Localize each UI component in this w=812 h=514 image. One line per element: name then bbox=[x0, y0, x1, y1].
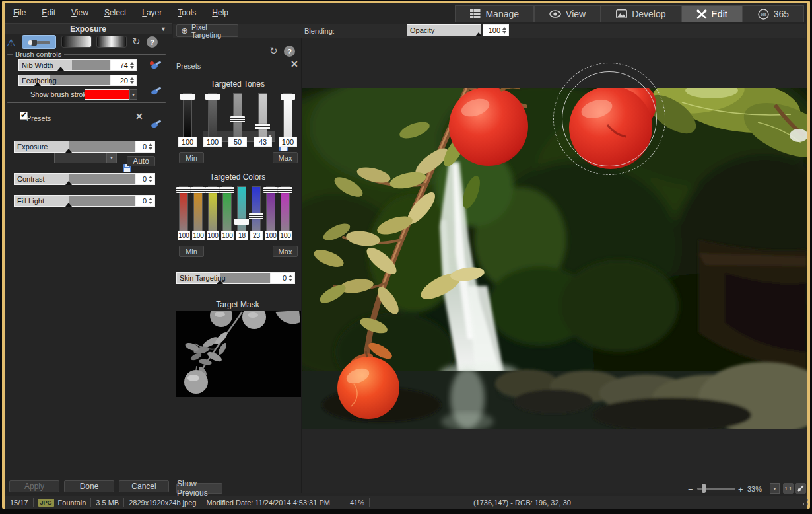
menu-select[interactable]: Select bbox=[98, 6, 133, 19]
exposure-slider[interactable]: Exposure bbox=[14, 141, 136, 153]
color-slider-yellow[interactable] bbox=[208, 186, 217, 231]
feathering-value[interactable]: 20 bbox=[110, 75, 137, 86]
nib-width-slider[interactable]: Nib Width bbox=[18, 59, 111, 71]
left-presets-dropdown[interactable]: ▼ bbox=[54, 152, 117, 163]
color-slider-red[interactable] bbox=[179, 186, 188, 231]
skin-targeting-spinner[interactable] bbox=[288, 274, 293, 282]
blending-label: Blending: bbox=[304, 27, 335, 35]
reset-icon[interactable]: ↻ bbox=[132, 36, 141, 46]
brush-strokes-icon[interactable] bbox=[150, 119, 162, 129]
tone-slider-mid[interactable] bbox=[233, 93, 242, 139]
tone-value[interactable]: 100 bbox=[178, 137, 197, 147]
delete-preset-icon[interactable]: ✕ bbox=[135, 111, 143, 122]
stroke-color-dropdown-arrow[interactable]: ▼ bbox=[129, 89, 137, 100]
photo-canvas[interactable] bbox=[302, 88, 807, 429]
contrast-spinner[interactable] bbox=[149, 175, 153, 183]
tone-value[interactable]: 100 bbox=[203, 137, 222, 147]
opacity-spinner[interactable] bbox=[502, 26, 507, 34]
tones-max-button[interactable]: Max bbox=[273, 152, 298, 163]
color-value[interactable]: 100 bbox=[279, 231, 292, 240]
contrast-label: Contrast bbox=[17, 175, 45, 183]
exposure-spinner[interactable] bbox=[149, 143, 153, 151]
brush-tool-button[interactable] bbox=[22, 35, 56, 49]
tone-slider-shadows[interactable] bbox=[183, 93, 192, 139]
color-value[interactable]: 100 bbox=[221, 231, 234, 240]
radial-gradient-tool-button[interactable] bbox=[96, 36, 127, 48]
color-slider-cyan[interactable] bbox=[237, 186, 246, 231]
fill-light-slider[interactable]: Fill Light bbox=[14, 195, 136, 207]
targeting-reset-icon[interactable]: ↻ bbox=[269, 46, 278, 55]
contrast-slider[interactable]: Contrast bbox=[14, 173, 136, 185]
colors-min-button[interactable]: Min bbox=[179, 246, 204, 257]
opacity-value[interactable]: 100 bbox=[483, 24, 509, 36]
auto-button[interactable]: Auto bbox=[127, 156, 155, 166]
cancel-button[interactable]: Cancel bbox=[119, 480, 169, 492]
targeting-delete-preset-icon[interactable]: ✕ bbox=[290, 59, 298, 69]
color-slider-green[interactable] bbox=[222, 186, 232, 231]
menu-tools[interactable]: Tools bbox=[171, 6, 203, 19]
opacity-slider[interactable]: Opacity bbox=[407, 24, 481, 36]
menu-file[interactable]: File bbox=[7, 6, 32, 19]
color-value[interactable]: 18 bbox=[236, 231, 248, 240]
tone-slider-dark[interactable] bbox=[208, 93, 217, 139]
color-value[interactable]: 100 bbox=[265, 231, 277, 240]
fill-light-value[interactable]: 0 bbox=[135, 195, 155, 207]
colors-max-button[interactable]: Max bbox=[273, 246, 298, 257]
tone-slider-light[interactable] bbox=[258, 93, 267, 139]
color-slider-magenta[interactable] bbox=[281, 186, 290, 231]
zoom-in-icon[interactable]: + bbox=[738, 484, 743, 494]
tone-value[interactable]: 50 bbox=[228, 137, 247, 147]
zoom-out-icon[interactable]: − bbox=[688, 484, 693, 494]
color-value[interactable]: 23 bbox=[250, 231, 263, 240]
tab-manage[interactable]: Manage bbox=[455, 5, 534, 22]
nib-width-value[interactable]: 74 bbox=[110, 59, 137, 71]
targeting-help-icon[interactable]: ? bbox=[284, 46, 295, 57]
contrast-value[interactable]: 0 bbox=[135, 173, 155, 185]
tones-min-button[interactable]: Min bbox=[179, 152, 204, 163]
menu-help[interactable]: Help bbox=[205, 6, 235, 19]
color-value[interactable]: 100 bbox=[178, 231, 190, 240]
zoom-slider-handle[interactable] bbox=[702, 484, 706, 493]
skin-targeting-slider[interactable]: Skin Targeting bbox=[176, 272, 271, 284]
pixel-targeting-button[interactable]: ⊕ Pixel Targeting bbox=[176, 24, 238, 37]
fit-image-button[interactable] bbox=[795, 483, 806, 494]
done-button[interactable]: Done bbox=[64, 480, 114, 492]
tab-365[interactable]: 365 365 bbox=[743, 5, 804, 22]
help-icon[interactable]: ? bbox=[147, 36, 158, 48]
brush-nib-icon[interactable] bbox=[150, 60, 162, 71]
tone-value[interactable]: 100 bbox=[279, 137, 297, 147]
feathering-spinner[interactable] bbox=[130, 77, 135, 85]
tab-view[interactable]: View bbox=[534, 5, 601, 22]
color-value[interactable]: 100 bbox=[207, 231, 219, 240]
color-slider-orange[interactable] bbox=[193, 186, 203, 231]
stroke-color-swatch[interactable] bbox=[85, 89, 136, 100]
nib-width-spinner[interactable] bbox=[130, 61, 135, 69]
left-panel-header[interactable]: Exposure ▼ bbox=[5, 23, 172, 34]
tone-value[interactable]: 43 bbox=[254, 137, 272, 147]
tab-develop[interactable]: Develop bbox=[601, 5, 681, 22]
brush-feather-icon[interactable] bbox=[150, 86, 162, 96]
menu-view[interactable]: View bbox=[65, 6, 95, 19]
show-previous-button[interactable]: Show Previous bbox=[176, 483, 222, 494]
fill-light-spinner[interactable] bbox=[149, 197, 153, 205]
color-slider-blue[interactable] bbox=[252, 186, 261, 231]
zoom-dropdown-arrow[interactable]: ▼ bbox=[770, 483, 780, 494]
menu-edit[interactable]: Edit bbox=[35, 6, 62, 19]
actual-size-button[interactable]: 1:1 bbox=[783, 483, 794, 494]
tab-edit[interactable]: Edit bbox=[681, 5, 743, 22]
view-eye-icon bbox=[549, 9, 561, 18]
pixel-targeting-icon: ⊕ bbox=[181, 26, 188, 35]
linear-gradient-tool-button[interactable] bbox=[61, 36, 92, 48]
resize-grip[interactable] bbox=[803, 499, 808, 505]
feathering-slider[interactable]: Feathering bbox=[18, 75, 111, 86]
mode-tabs: Manage View Develop Edit 365 365 bbox=[455, 5, 804, 22]
tone-slider-highlights[interactable] bbox=[283, 93, 292, 139]
menu-layer[interactable]: Layer bbox=[135, 6, 168, 19]
zoom-percent-value[interactable]: 33% bbox=[747, 484, 771, 494]
skin-targeting-value[interactable]: 0 bbox=[270, 272, 295, 284]
apply-button[interactable]: Apply bbox=[9, 480, 59, 492]
color-value[interactable]: 100 bbox=[192, 231, 205, 240]
color-slider-purple[interactable] bbox=[266, 186, 275, 231]
status-filename: Fountain bbox=[58, 499, 86, 507]
exposure-value[interactable]: 0 bbox=[135, 141, 155, 153]
